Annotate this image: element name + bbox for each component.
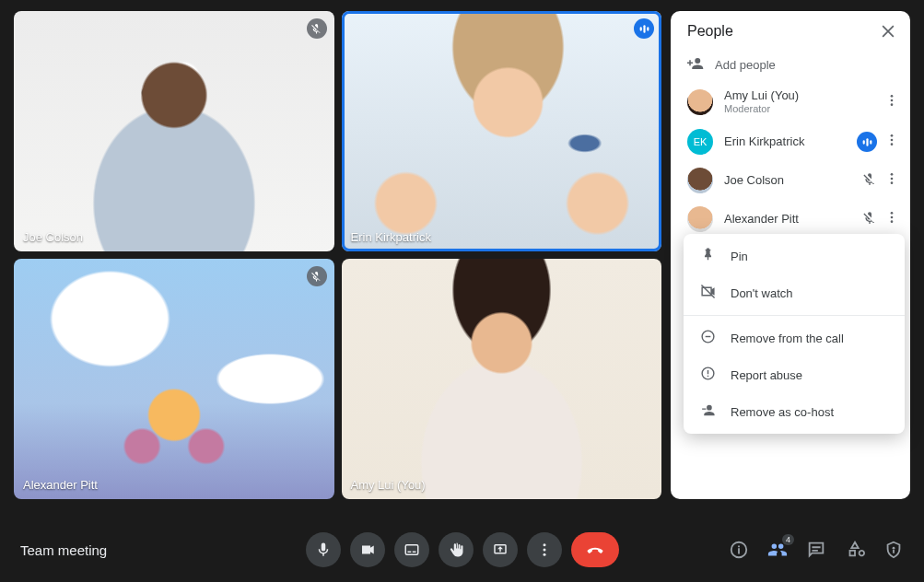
- participant-name: Joe Colson: [724, 173, 784, 187]
- tile-name: Alexander Pitt: [23, 478, 98, 492]
- video-tile-erin[interactable]: Erin Kirkpatrick: [342, 11, 662, 251]
- avatar: EK: [687, 129, 713, 155]
- ctx-remove-cohost[interactable]: Remove as co-host: [684, 393, 905, 430]
- remove-icon: [700, 329, 716, 347]
- people-button[interactable]: 4: [767, 540, 788, 560]
- mic-toggle-button[interactable]: [306, 532, 341, 567]
- participant-name: Erin Kirkpatrick: [724, 134, 804, 148]
- tile-name: Amy Lui (You): [351, 478, 426, 492]
- camera-toggle-button[interactable]: [350, 532, 385, 567]
- participant-role: Moderator: [724, 103, 873, 116]
- ctx-dont-watch[interactable]: Don't watch: [684, 274, 905, 311]
- ctx-label: Don't watch: [731, 286, 793, 300]
- avatar: [687, 206, 713, 232]
- separator: [684, 315, 905, 316]
- mic-off-icon: [307, 266, 327, 286]
- camera-off-icon: [700, 284, 716, 302]
- avatar: [687, 168, 713, 193]
- captions-button[interactable]: [394, 532, 429, 567]
- add-people-label: Add people: [715, 58, 776, 72]
- ctx-label: Remove from the call: [731, 332, 844, 345]
- speaking-icon: [634, 18, 654, 39]
- panel-title: People: [687, 23, 733, 40]
- participant-more-button[interactable]: [884, 93, 899, 111]
- ctx-report-abuse[interactable]: Report abuse: [684, 356, 905, 393]
- meeting-details-button[interactable]: [729, 540, 749, 560]
- participant-name: Amy Lui (You): [724, 88, 799, 102]
- tile-name: Erin Kirkpatrick: [351, 230, 431, 244]
- add-people-button[interactable]: Add people: [671, 48, 910, 82]
- participant-count: 4: [782, 534, 794, 545]
- raise-hand-button[interactable]: [439, 532, 474, 567]
- ctx-label: Report abuse: [731, 368, 802, 382]
- video-grid: Joe Colson Erin Kirkpatrick Alexander Pi…: [14, 11, 661, 499]
- tile-name: Joe Colson: [23, 230, 83, 244]
- more-options-button[interactable]: [527, 532, 562, 567]
- participant-more-button[interactable]: [884, 171, 899, 190]
- participant-row[interactable]: Joe Colson: [671, 161, 910, 200]
- present-button[interactable]: [483, 532, 518, 567]
- participant-name: Alexander Pitt: [724, 212, 799, 226]
- avatar: [687, 89, 713, 115]
- participant-more-button[interactable]: [884, 133, 899, 151]
- ctx-pin[interactable]: Pin: [684, 238, 905, 274]
- chat-button[interactable]: [806, 540, 826, 560]
- participant-row[interactable]: EK Erin Kirkpatrick: [671, 122, 910, 161]
- close-panel-button[interactable]: [879, 22, 897, 41]
- participant-more-button[interactable]: [884, 210, 899, 228]
- activities-button[interactable]: [845, 540, 865, 560]
- ctx-label: Remove as co-host: [731, 405, 834, 419]
- participant-row[interactable]: Alexander Pitt: [671, 200, 910, 239]
- person-add-icon: [687, 55, 704, 75]
- video-tile-alexander[interactable]: Alexander Pitt: [14, 259, 334, 499]
- pin-icon: [700, 247, 716, 265]
- meeting-name: Team meeting: [20, 542, 107, 558]
- mic-off-icon: [307, 18, 327, 39]
- host-controls-button[interactable]: [883, 540, 904, 560]
- ctx-label: Pin: [731, 250, 748, 263]
- mic-off-icon: [862, 172, 877, 190]
- video-tile-joe[interactable]: Joe Colson: [14, 11, 334, 251]
- participant-row[interactable]: Amy Lui (You) Moderator: [671, 82, 910, 122]
- bottom-bar: Team meeting 4: [0, 518, 924, 582]
- participant-context-menu: Pin Don't watch Remove from the call Rep…: [684, 234, 905, 434]
- person-remove-icon: [700, 402, 716, 421]
- report-icon: [700, 366, 716, 384]
- speaking-icon: [857, 132, 877, 152]
- mic-off-icon: [862, 211, 877, 228]
- people-panel: People Add people Amy Lui (You) Moderato…: [671, 11, 910, 499]
- video-tile-amy[interactable]: Amy Lui (You): [342, 259, 662, 499]
- ctx-remove-call[interactable]: Remove from the call: [684, 320, 905, 356]
- leave-call-button[interactable]: [571, 532, 619, 567]
